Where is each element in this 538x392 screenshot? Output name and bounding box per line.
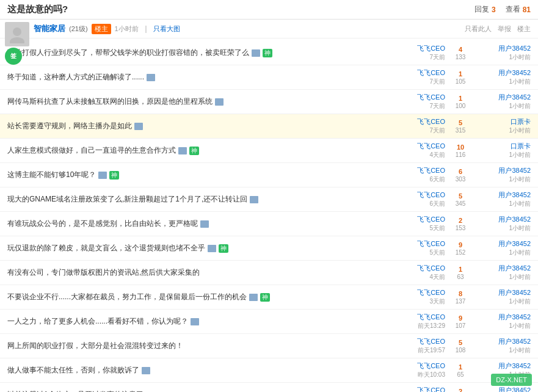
last-reply-user[interactable]: 用户38452 [476,361,531,371]
post-title-col: 不要说企业不行......大家都在裁员，努力工作，是保留最后一份工作的机会神 [7,292,390,302]
post-title-col: 网传马斯科抗查了从未接触互联网的旧换，原因是他的里程系统 [7,96,390,107]
poster-name[interactable]: 飞飞CEO [390,337,445,346]
post-views: 105 [445,78,476,85]
last-reply-user[interactable]: 用户38452 [476,239,531,249]
image-icon [134,123,143,130]
table-row: 这博主能不能钉够10年呢？神飞飞CEO6天前6303用户384521小时前 [0,163,538,187]
image-icon [142,367,150,374]
image-icon [147,74,155,81]
post-title-text[interactable]: 网传马斯科抗查了从未接触互联网的旧换，原因是他的里程系统 [7,96,213,107]
last-reply-user[interactable]: 口票卡 [476,142,531,151]
post-title-text[interactable]: 一人之力，给了更多人机会......看看好不错，你认为呢？ [7,316,188,327]
author-info: 智能家居 (21级) 楼主 1小时前 ｜ 只看大图 [34,23,180,34]
image-icon [178,147,187,154]
last-reply-user[interactable]: 口票卡 [476,117,531,126]
post-title-col: 网上所闻的职业打假，大部分是社会混混转变过来的！ [7,341,390,351]
post-views: 153 [445,225,476,231]
post-title-text[interactable]: 做人做事不能太任性，否则，你就败诉了 [7,365,139,376]
poster-time: 7天前 [390,102,445,111]
only-image-link[interactable]: 只看大图 [153,24,180,34]
only-this-user-link[interactable]: 只看此人 [465,24,492,34]
last-reply-user[interactable]: 用户38452 [476,191,531,200]
post-title-text[interactable]: 以前注册过1个体户，且开过发商的注意了...... [7,390,156,392]
table-row: 玩仅退款的除了赖皮，就是文盲么，这个退货规则也堵不全乎神飞飞CEO5天前9152… [0,236,538,261]
post-title-col: 现大的GNAME域名注册政策变了么,新注册颗超过了1个月了,还不让转让回 [7,194,390,205]
table-row: 网传马斯科抗查了从未接触互联网的旧换，原因是他的里程系统飞飞CEO7天前1100… [0,90,538,114]
poster-name[interactable]: 飞飞CEO [390,166,445,175]
poster-name[interactable]: 飞飞CEO [390,44,445,53]
post-replies: 1 [459,95,462,102]
last-reply-user[interactable]: 用户38452 [476,313,531,322]
last-reply-user[interactable]: 用户38452 [476,93,531,102]
post-title-text[interactable]: 现大的GNAME域名注册政策变了么,新注册颗超过了1个月了,还不让转让回 [7,194,247,205]
post-replies: 1 [459,266,462,273]
post-title-col: 职业打假人行业到尽头了，帮帮父钱学米的职业打假容错的，被卖旺荣了么神 [7,48,390,58]
poster-name[interactable]: 飞飞CEO [390,142,445,151]
poster-name[interactable]: 飞飞CEO [390,191,445,200]
poster-name[interactable]: 飞飞CEO [390,68,445,78]
post-title-text[interactable]: 玩仅退款的除了赖皮，就是文盲么，这个退货规则也堵不全乎 [7,243,205,253]
last-reply-user[interactable]: 用户38452 [476,337,531,346]
poster-name[interactable]: 飞飞CEO [390,117,445,126]
poster-name[interactable]: 飞飞CEO [390,288,445,297]
poster-name[interactable]: 飞飞CEO [390,215,445,224]
post-replies: 1 [459,363,462,371]
poster-time: 昨天10:03 [390,371,445,379]
post-title-text[interactable]: 终于知道，这种磨人方式的正确解读了...... [7,72,144,82]
poster-name[interactable]: 飞飞CEO [390,386,445,392]
poster-name[interactable]: 飞飞CEO [390,93,445,102]
post-title-text[interactable]: 职业打假人行业到尽头了，帮帮父钱学米的职业打假容错的，被卖旺荣了么 [7,48,249,58]
post-views: 100 [445,103,476,109]
post-stats-col: 1105 [445,70,476,85]
avatar [5,22,29,46]
last-reply-user[interactable]: 用户38452 [476,288,531,297]
tag-badge: 神 [260,293,270,302]
replies-label: 回复 [474,4,489,15]
post-stats-col: 288 [445,387,476,392]
post-meta-col: 飞飞CEO6天前 [390,166,445,184]
post-meta-col: 飞飞CEO4天前 [390,142,445,159]
last-reply-user[interactable]: 用户38452 [476,68,531,78]
poster-name[interactable]: 飞飞CEO [390,313,445,322]
post-title-text[interactable]: 不要说企业不行......大家都在裁员，努力工作，是保留最后一份工作的机会 [7,292,247,302]
post-replies: 5 [459,339,462,346]
post-stats-col: 5345 [445,192,476,207]
poster-name[interactable]: 飞飞CEO [390,239,445,249]
header-stats: 回复 3 查看 81 [474,4,531,15]
image-icon [249,294,258,301]
post-last-col: 口票卡1小时前 [476,142,531,159]
post-stats-col: 5108 [445,338,476,354]
post-replies: 6 [459,168,462,175]
post-replies: 4 [459,46,462,53]
post-title-text[interactable]: 网上所闻的职业打假，大部分是社会混混转变过来的！ [7,341,183,351]
post-title-text[interactable]: 有谁玩战众公号的，是不是感觉别，比自由站长，更严格呢 [7,219,198,229]
post-replies: 9 [459,314,462,322]
post-title-text[interactable]: 站长需要遵守规则，网络主播办是如此 [7,121,132,131]
poster-time: 4天前 [390,151,445,159]
post-title-text[interactable]: 这博主能不能钉够10年呢？ [7,170,96,180]
author-name[interactable]: 智能家居 [34,23,65,34]
last-reply-user[interactable]: 用户38452 [476,166,531,175]
poster-name[interactable]: 飞飞CEO [390,264,445,273]
post-title-text[interactable]: 有没有公司，专门做带版权图片的资讯站,然后供大家采集的 [7,267,200,278]
post-stats-col: 8137 [445,289,476,305]
table-row: 不要说企业不行......大家都在裁员，努力工作，是保留最后一份工作的机会神飞飞… [0,285,538,310]
image-icon [200,220,209,228]
post-title-col: 人家生意模式很做好，自己一直追寻的生意合作方式神 [7,145,390,156]
report-link[interactable]: 举报 [498,24,511,34]
poster-time: 6天前 [390,200,445,208]
author-level: (21级) [69,24,88,34]
post-meta-col: 飞飞CEO7天前 [390,68,445,86]
last-reply-user[interactable]: 用户38452 [476,44,531,53]
post-views: 152 [445,249,476,256]
last-reply-user[interactable]: 用户38452 [476,386,531,392]
poster-time: 前天19:57 [390,346,445,355]
poster-name[interactable]: 飞飞CEO [390,361,445,371]
last-reply-user[interactable]: 用户38452 [476,264,531,273]
last-reply-user[interactable]: 用户38452 [476,215,531,224]
post-title-text[interactable]: 人家生意模式很做好，自己一直追寻的生意合作方式 [7,145,176,156]
post-replies: 5 [459,192,462,200]
post-last-col: 用户384521小时前 [476,313,531,330]
post-last-col: 用户384521小时前 [476,264,531,281]
svg-point-0 [13,27,21,36]
